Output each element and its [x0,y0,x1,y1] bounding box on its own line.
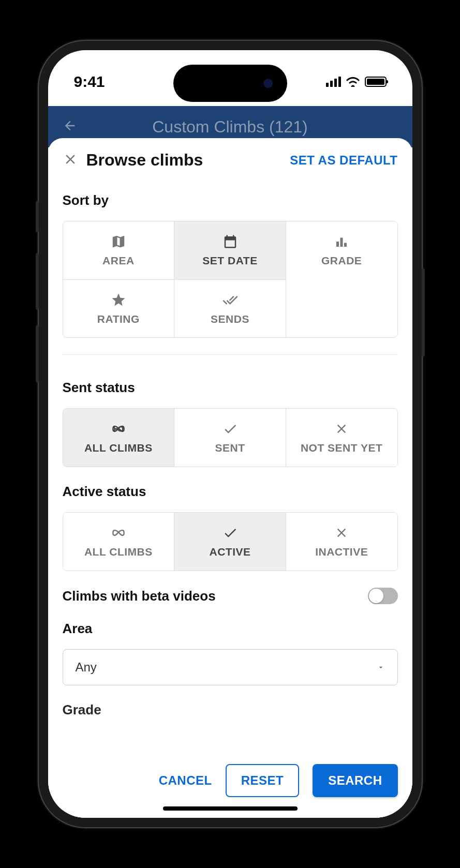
cancel-button[interactable]: CANCEL [159,773,212,788]
active-status-group: ALL CLIMBS ACTIVE INACTIVE [63,512,398,571]
calendar-icon [222,234,238,249]
active-inactive-label: INACTIVE [315,546,368,558]
grade-label: Grade [63,702,398,718]
sent-not-sent[interactable]: NOT SENT YET [286,409,397,467]
sort-grade[interactable]: GRADE [286,221,397,279]
status-time: 9:41 [74,66,105,91]
sort-sends[interactable]: SENDS [174,279,286,337]
set-default-button[interactable]: SET AS DEFAULT [290,153,397,168]
sent-sent-label: SENT [215,442,245,454]
sort-area-label: AREA [102,255,135,267]
beta-videos-label: Climbs with beta videos [63,588,216,604]
active-status-label: Active status [63,484,398,500]
sort-sends-label: SENDS [211,313,249,325]
battery-icon [365,77,387,87]
sent-status-label: Sent status [63,380,398,396]
check-icon [222,525,238,541]
sort-by-label: Sort by [63,192,398,208]
sort-set-date[interactable]: SET DATE [174,221,286,279]
sort-area[interactable]: AREA [63,221,175,279]
sheet-title: Browse climbs [86,151,290,170]
sort-by-group: AREA SET DATE GRADE [63,221,398,338]
svg-rect-2 [344,243,347,247]
divider [63,354,398,355]
area-value: Any [76,660,97,675]
filter-sheet: Browse climbs SET AS DEFAULT Sort by ARE… [48,138,412,818]
area-dropdown[interactable]: Any [63,649,398,685]
star-icon [111,292,126,308]
dynamic-island [173,65,287,102]
done-all-icon [222,292,238,308]
bar-chart-icon [334,234,349,249]
back-button[interactable] [63,118,77,135]
sort-set-date-label: SET DATE [202,255,257,267]
close-button[interactable] [63,152,78,169]
reset-button[interactable]: RESET [226,764,300,797]
sort-rating-label: RATING [97,313,140,325]
close-icon [334,421,349,437]
sent-status-group: ALL CLIMBS SENT NOT SENT Y [63,408,398,467]
beta-videos-toggle[interactable] [368,588,398,604]
svg-rect-0 [336,242,339,247]
cellular-icon [326,77,341,87]
active-active-label: ACTIVE [210,546,251,558]
wifi-icon [346,77,360,87]
check-icon [222,421,238,437]
infinity-icon [111,421,126,437]
area-label: Area [63,621,398,637]
sent-sent[interactable]: SENT [174,409,286,467]
active-all[interactable]: ALL CLIMBS [63,513,175,571]
active-inactive[interactable]: INACTIVE [286,513,397,571]
sort-rating[interactable]: RATING [63,279,175,337]
sent-not-sent-label: NOT SENT YET [301,442,382,454]
sent-all-label: ALL CLIMBS [84,442,153,454]
infinity-icon [111,525,126,541]
svg-rect-1 [340,238,343,247]
map-icon [111,234,126,249]
active-active[interactable]: ACTIVE [174,513,286,571]
active-all-label: ALL CLIMBS [84,546,153,558]
search-button[interactable]: SEARCH [313,764,397,797]
close-icon [334,525,349,541]
dropdown-icon [377,663,385,671]
page-title: Custom Climbs (121) [48,117,412,137]
home-indicator[interactable] [163,806,298,811]
sort-grade-label: GRADE [321,255,362,267]
sent-all[interactable]: ALL CLIMBS [63,409,175,467]
